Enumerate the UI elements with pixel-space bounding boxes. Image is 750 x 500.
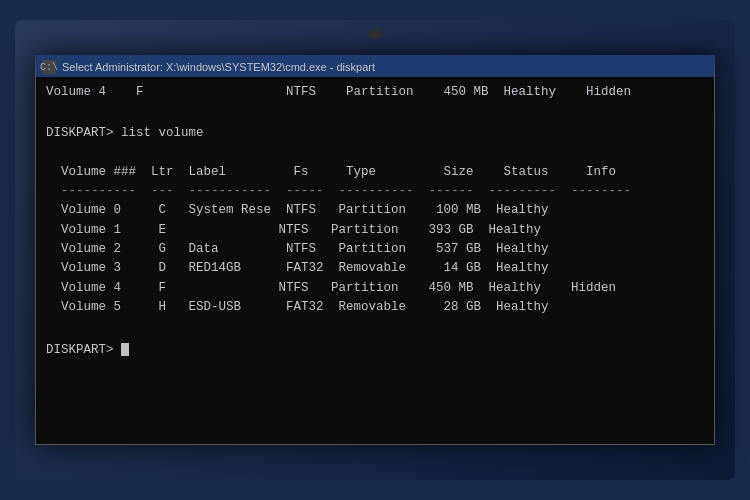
blank-line: [46, 104, 704, 123]
volume-row-2: Volume 2 G Data NTFS Partition 537 GB He…: [46, 240, 704, 259]
volume-row-5: Volume 5 H ESD-USB FAT32 Removable 28 GB…: [46, 298, 704, 317]
blank-line-3: [46, 318, 704, 337]
window-title: Select Administrator: X:\windows\SYSTEM3…: [62, 61, 375, 73]
monitor: C:\ Select Administrator: X:\windows\SYS…: [15, 20, 735, 480]
table-header: Volume ### Ltr Label Fs Type Size Status…: [46, 163, 704, 182]
volume-row-1: Volume 1 E NTFS Partition 393 GB Healthy: [46, 221, 704, 240]
title-bar: C:\ Select Administrator: X:\windows\SYS…: [36, 57, 714, 77]
volume-row-3: Volume 3 D RED14GB FAT32 Removable 14 GB…: [46, 259, 704, 278]
cmd-content: Volume 4 F NTFS Partition 450 MB Healthy…: [36, 77, 714, 444]
table-separator: ---------- --- ----------- ----- -------…: [46, 182, 704, 201]
prompt-line: DISKPART>: [46, 341, 704, 360]
cursor: [121, 343, 129, 356]
blank-line-2: [46, 143, 704, 162]
pre-line: Volume 4 F NTFS Partition 450 MB Healthy…: [46, 83, 704, 102]
cmd-icon: C:\: [42, 60, 56, 74]
list-volume-command: DISKPART> list volume: [46, 124, 704, 143]
volume-row-0: Volume 0 C System Rese NTFS Partition 10…: [46, 201, 704, 220]
volume-row-4: Volume 4 F NTFS Partition 450 MB Healthy…: [46, 279, 704, 298]
cmd-window: C:\ Select Administrator: X:\windows\SYS…: [35, 55, 715, 445]
